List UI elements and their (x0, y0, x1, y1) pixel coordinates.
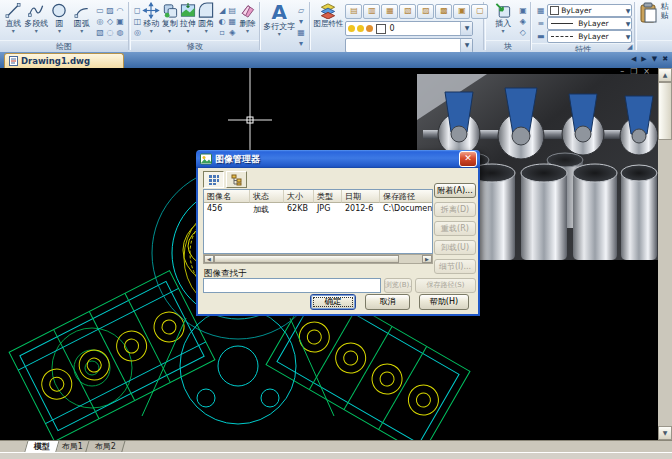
array-tool-icon[interactable]: ▦ (227, 16, 237, 27)
layer-filter-combo[interactable]: ▼ (345, 38, 473, 53)
tab-scroll-left-icon[interactable]: ◀ (631, 55, 636, 63)
scroll-down-button[interactable]: ▼ (658, 426, 672, 440)
linetype-combo[interactable]: ByLayer ▼ (547, 30, 632, 43)
scrollbar-thumb[interactable] (214, 255, 399, 263)
donut-tool-icon[interactable]: ◍ (115, 27, 125, 38)
ellipse-tool-icon[interactable]: ◌ (105, 27, 115, 38)
tree-view-button[interactable] (226, 171, 247, 188)
layer-unisolate-icon[interactable]: ▥ (363, 4, 380, 19)
layer-select-combo[interactable]: 0 ▼ (345, 21, 473, 36)
list-horizontal-scrollbar[interactable]: ◀ ▶ (203, 254, 433, 264)
move-button[interactable]: 移动 ▾ (142, 2, 160, 33)
save-path-button[interactable]: 保存路径(S) (415, 278, 476, 293)
text-style-icon[interactable]: ▱ ▾ (296, 5, 306, 27)
tab-list-dropdown-icon[interactable]: ▼ (652, 55, 657, 63)
chevron-down-icon: ▾ (168, 28, 171, 33)
layer-freeze-icon[interactable]: ▦ (381, 4, 398, 19)
column-type[interactable]: 类型 (314, 190, 342, 203)
insert-block-button[interactable]: 插入 ▾ (488, 2, 518, 33)
hatch-tool-icon[interactable]: ▨ (105, 5, 115, 16)
tab-close-icon[interactable]: ✖ (662, 55, 668, 63)
attribute-icon[interactable]: ◇ (519, 27, 527, 38)
restore-icon[interactable]: ❐ (630, 68, 637, 76)
mtext-button[interactable]: A 多行文字 ▾ (263, 2, 295, 36)
color-combo[interactable]: ByLayer ▼ (547, 4, 632, 17)
unload-button[interactable]: 卸载(U) (434, 240, 476, 255)
break-tool-icon[interactable]: ▫ (217, 27, 227, 38)
scroll-right-button[interactable]: ▶ (422, 255, 432, 263)
layer-isolate-icon[interactable]: ▤ (345, 4, 362, 19)
point-tool-icon[interactable]: ◎ (95, 16, 105, 27)
dialog-launcher-icon[interactable]: ◢ (627, 43, 632, 51)
extend-tool-icon[interactable]: ▤ (227, 5, 237, 16)
layer-prev-icon[interactable]: ▩ (435, 4, 452, 19)
image-list[interactable]: 图像名 状态 大小 类型 日期 保存路径 456 加载 62KB JPG 201… (203, 189, 433, 254)
column-date[interactable]: 日期 (342, 190, 380, 203)
explode-tool-icon[interactable]: ◈ (227, 27, 237, 38)
minimize-icon[interactable]: – (620, 68, 624, 76)
arc-button[interactable]: 圆弧 ▾ (71, 2, 93, 33)
fillet-button[interactable]: 圆角 ▾ (197, 2, 215, 33)
circle-icon (50, 2, 68, 19)
list-view-button[interactable] (203, 171, 224, 188)
attach-button[interactable]: 附着(A)... (434, 183, 476, 198)
edit-block-icon[interactable]: ◈ (519, 16, 527, 27)
block-mini-tools: ▣ ◈ ◇ (519, 5, 527, 38)
tab-layout2[interactable]: 布局2 (85, 440, 126, 452)
polyline-button[interactable]: 多段线 ▾ (24, 2, 48, 33)
image-path-input[interactable] (203, 278, 381, 293)
column-status[interactable]: 状态 (250, 190, 284, 203)
scroll-up-button[interactable]: ▲ (658, 68, 672, 82)
column-path[interactable]: 保存路径 (380, 190, 432, 203)
color-control-icon[interactable]: ▦ (534, 6, 547, 15)
layer-lock-icon[interactable]: ▣ (453, 4, 470, 19)
layer-match-icon[interactable]: ▨ (417, 4, 434, 19)
gradient-tool-icon[interactable]: ▧ (95, 27, 105, 38)
details-button[interactable]: 细节(I)... (434, 259, 476, 274)
stretch-button[interactable]: 拉伸 ▾ (179, 2, 197, 33)
lineweight-control-icon[interactable]: ≡ (534, 19, 547, 28)
image-list-row[interactable]: 456 加载 62KB JPG 2012-6 C:\Documents (204, 203, 432, 215)
column-image-name[interactable]: 图像名 (204, 190, 250, 203)
paste-button[interactable]: 粘贴 (639, 2, 670, 24)
layer-properties-button[interactable]: 图层特性 (313, 2, 343, 28)
command-line-strip[interactable] (0, 452, 672, 459)
layer-off-icon[interactable]: ▧ (399, 4, 416, 19)
column-size[interactable]: 大小 (284, 190, 314, 203)
line-button[interactable]: 直线 ▾ (2, 2, 24, 33)
scrollbar-thumb[interactable] (658, 82, 672, 140)
detach-button[interactable]: 拆离(D) (434, 202, 476, 217)
copy-button[interactable]: 复制 ▾ (160, 2, 178, 33)
lineweight-sample (551, 23, 573, 24)
tab-model[interactable]: 模型 (24, 440, 59, 452)
chevron-down-icon: ▼ (626, 20, 632, 27)
circle-button[interactable]: 圆 ▾ (48, 2, 70, 33)
dialog-close-button[interactable]: ✕ (459, 151, 477, 167)
help-button[interactable]: 帮助(H) (419, 294, 469, 310)
erase-button[interactable]: 删除 ▾ (238, 2, 256, 33)
region-tool-icon[interactable]: ▣ (115, 16, 125, 27)
create-block-icon[interactable]: ▣ (519, 5, 527, 16)
scroll-left-button[interactable]: ◀ (204, 255, 214, 263)
browse-button[interactable]: 浏览(B)... (384, 278, 412, 293)
scale-tool-icon[interactable]: ◎ (134, 27, 142, 38)
rotate-tool-icon[interactable]: ◻ (134, 5, 142, 16)
cancel-button[interactable]: 取消 (365, 294, 410, 310)
rectangle-tool-icon[interactable]: ▭ (95, 5, 105, 16)
vertical-scrollbar[interactable]: ▲ ▼ (658, 68, 672, 440)
offset-tool-icon[interactable]: ◐ (217, 16, 227, 27)
linetype-control-icon[interactable]: ▬ (534, 32, 547, 41)
reload-button[interactable]: 重载(R) (434, 221, 476, 236)
document-tab-drawing1[interactable]: Drawing1.dwg (4, 53, 124, 68)
mirror-tool-icon[interactable]: ◫ (134, 16, 142, 27)
polygon-tool-icon[interactable]: ◇ (105, 16, 115, 27)
close-icon[interactable]: × (643, 68, 650, 76)
ok-button[interactable]: 确定 (310, 294, 356, 310)
cell-size: 62KB (284, 203, 314, 215)
lineweight-combo[interactable]: ByLayer ▼ (547, 17, 632, 30)
dialog-title-bar[interactable]: 图像管理器 ✕ (196, 150, 480, 168)
table-icon[interactable]: ▦ ▾ (296, 27, 306, 49)
trim-tool-icon[interactable]: ◢ (217, 5, 227, 16)
tab-scroll-right-icon[interactable]: ▶ (641, 55, 646, 63)
spline-tool-icon[interactable]: ◠ (115, 5, 125, 16)
